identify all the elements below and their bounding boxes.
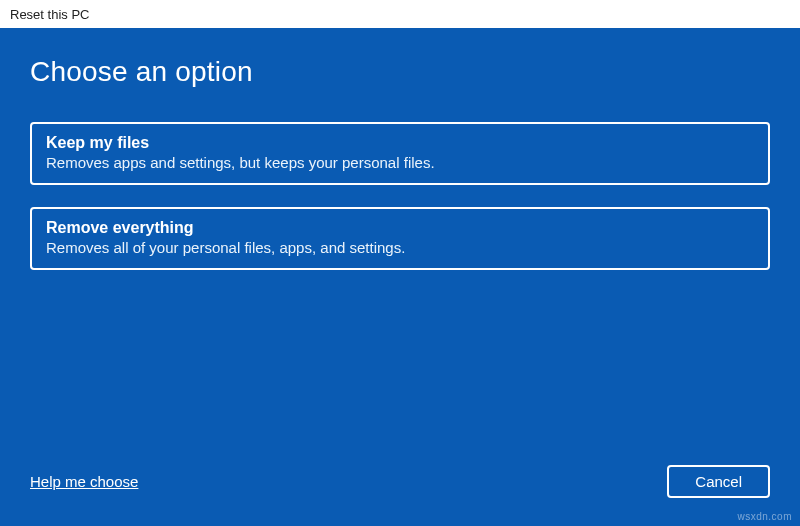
- option-title: Keep my files: [46, 134, 754, 152]
- window-title: Reset this PC: [10, 7, 89, 22]
- window-titlebar: Reset this PC: [0, 0, 800, 28]
- help-me-choose-link[interactable]: Help me choose: [30, 473, 138, 490]
- watermark: wsxdn.com: [737, 511, 792, 522]
- reset-pc-panel: Choose an option Keep my files Removes a…: [0, 28, 800, 526]
- option-description: Removes all of your personal files, apps…: [46, 239, 754, 256]
- cancel-button[interactable]: Cancel: [667, 465, 770, 498]
- dialog-footer: Help me choose Cancel: [30, 465, 770, 498]
- page-heading: Choose an option: [30, 56, 770, 88]
- option-description: Removes apps and settings, but keeps you…: [46, 154, 754, 171]
- option-title: Remove everything: [46, 219, 754, 237]
- option-keep-my-files[interactable]: Keep my files Removes apps and settings,…: [30, 122, 770, 185]
- option-remove-everything[interactable]: Remove everything Removes all of your pe…: [30, 207, 770, 270]
